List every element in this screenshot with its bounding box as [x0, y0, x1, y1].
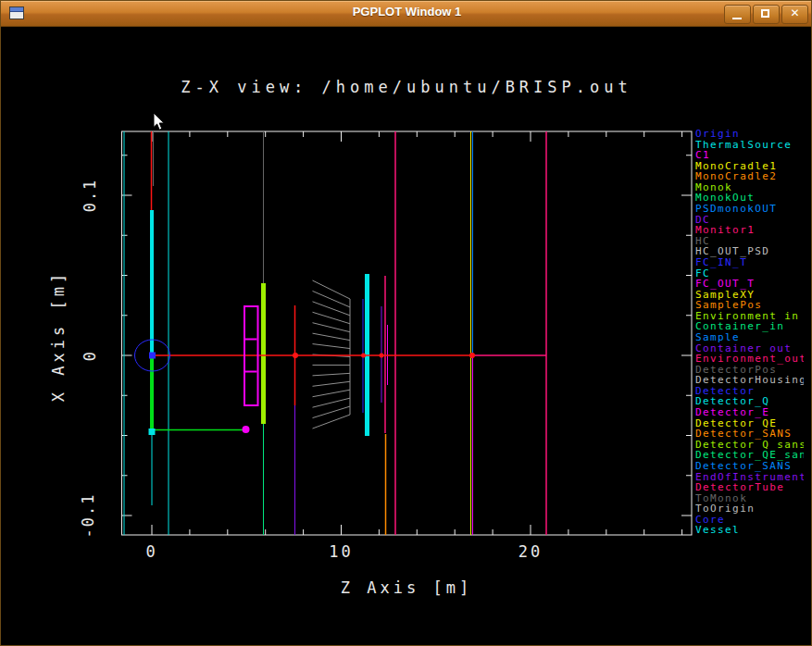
legend-item: Detector_Q_sans — [695, 440, 804, 451]
x-tick-label-20: 20 — [518, 542, 543, 561]
legend: OriginThermalSourceC1MonoCradle1MonoCrad… — [695, 129, 804, 540]
x-tick-label-0: 0 — [145, 542, 157, 561]
legend-item: DetectorHousing — [695, 375, 804, 386]
legend-item: DC — [695, 215, 804, 226]
pgplot-window: Z-X view: /home/ubuntu/BRISP.out Z Axis … — [0, 0, 812, 646]
legend-item: Environment_out — [695, 354, 804, 365]
legend-item: PSDmonokOUT — [695, 204, 804, 215]
close-icon: ✕ — [782, 6, 807, 19]
y-tick-label-m01: -0.1 — [79, 493, 97, 539]
legend-item: Detector_E — [695, 407, 804, 418]
legend-item: HC_OUT_PSD — [695, 246, 804, 257]
x-axis-label: Z Axis [m] — [121, 578, 692, 597]
legend-item: FC — [695, 268, 804, 280]
legend-item: ToMonok — [695, 493, 804, 504]
mouse-cursor-icon — [154, 113, 164, 130]
legend-item: Monitor1 — [695, 225, 804, 236]
legend-item: Monok — [695, 182, 804, 193]
y-tick-label-0: 0 — [81, 350, 99, 361]
maximize-icon — [761, 9, 769, 18]
legend-item: Detector_SANS — [695, 461, 804, 472]
legend-item: SampleXY — [695, 290, 804, 301]
legend-item: ToOrigin — [695, 503, 804, 515]
titlebar-highlight — [1, 1, 812, 2]
legend-item: MonokOut — [695, 193, 804, 204]
legend-item: DetectorTube — [695, 482, 804, 493]
maximize-button[interactable] — [753, 5, 780, 24]
legend-item: C1 — [695, 150, 804, 161]
legend-item: HC — [695, 236, 804, 247]
legend-item: Origin — [695, 129, 804, 140]
plot-title: Z-X view: /home/ubuntu/BRISP.out — [121, 78, 692, 96]
y-axis-label: X Axis [m] — [49, 270, 68, 402]
legend-item: Container_out — [695, 343, 804, 354]
legend-item: Environment_in — [695, 311, 804, 322]
close-button[interactable]: ✕ — [781, 5, 808, 24]
legend-item: FC_IN_T — [695, 257, 804, 268]
legend-item: SamplePos — [695, 300, 804, 311]
minimize-icon — [732, 18, 742, 19]
legend-item: Sample — [695, 332, 804, 343]
title-bar[interactable]: PGPLOT Window 1 ✕ — [1, 1, 812, 27]
legend-item: Detector_Q — [695, 396, 804, 407]
x-tick-label-10: 10 — [329, 542, 353, 561]
legend-item: Core — [695, 515, 804, 526]
legend-item: DetectorPos — [695, 365, 804, 376]
legend-item: ThermalSource — [695, 140, 804, 151]
legend-item: Detector — [695, 386, 804, 397]
legend-item: FC_OUT_T — [695, 279, 804, 290]
plot-canvas — [1, 1, 812, 646]
legend-item: MonoCradle2 — [695, 171, 804, 182]
legend-item: Detector_QE_sans — [695, 450, 804, 461]
window-title: PGPLOT Window 1 — [1, 5, 812, 19]
legend-item: MonoCradle1 — [695, 161, 804, 172]
legend-item: Container_in — [695, 321, 804, 332]
legend-item: Detector_QE — [695, 418, 804, 429]
minimize-button[interactable] — [724, 5, 751, 24]
legend-item: Detector_SANS — [695, 429, 804, 440]
legend-item: Vessel — [695, 525, 804, 536]
legend-item: EndOfInstrument — [695, 472, 804, 483]
y-tick-label-p01: 0.1 — [81, 179, 99, 213]
